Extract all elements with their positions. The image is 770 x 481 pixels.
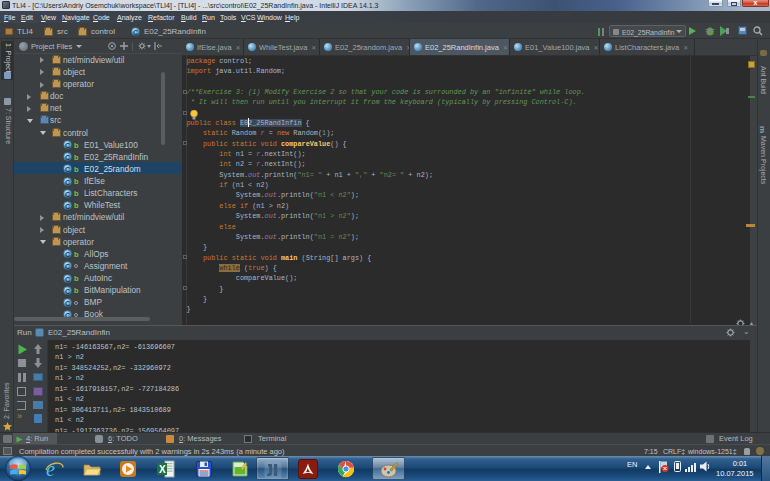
svg-text:e: e: [46, 460, 55, 479]
svg-text:X: X: [159, 464, 166, 475]
